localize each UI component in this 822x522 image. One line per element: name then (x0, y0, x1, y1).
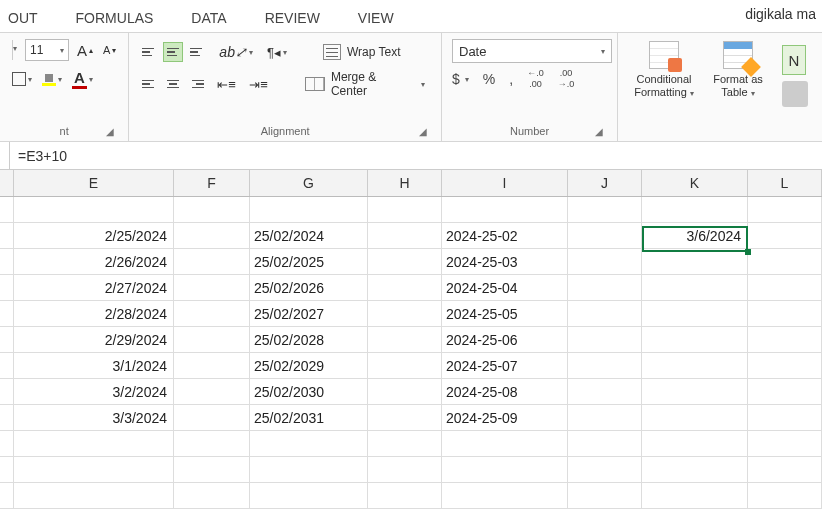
cell-J[interactable] (568, 431, 642, 457)
cell-E[interactable] (14, 457, 174, 483)
cell-J[interactable] (568, 483, 642, 509)
cell-G[interactable]: 25/02/2029 (250, 353, 368, 379)
cell-H[interactable] (368, 483, 442, 509)
cell-I[interactable] (442, 197, 568, 223)
cell-H[interactable] (368, 405, 442, 431)
cell-G[interactable]: 25/02/2028 (250, 327, 368, 353)
format-as-table-button[interactable]: Format asTable ▾ (702, 39, 774, 99)
cell-H[interactable] (368, 431, 442, 457)
cell-J[interactable] (568, 405, 642, 431)
cell-G[interactable]: 25/02/2030 (250, 379, 368, 405)
column-header-H[interactable]: H (368, 170, 442, 196)
cell-E[interactable] (14, 431, 174, 457)
cell-E[interactable]: 3/3/2024 (14, 405, 174, 431)
cell-L[interactable] (748, 223, 822, 249)
cell-I[interactable]: 2024-25-06 (442, 327, 568, 353)
number-dialog-launcher[interactable]: ◢ (593, 125, 605, 137)
cell-F[interactable] (174, 223, 250, 249)
cell-I[interactable]: 2024-25-05 (442, 301, 568, 327)
cell-H[interactable] (368, 275, 442, 301)
cell-I[interactable]: 2024-25-09 (442, 405, 568, 431)
cell-F[interactable] (174, 353, 250, 379)
cell-H[interactable] (368, 249, 442, 275)
orientation-button[interactable]: ab⤢▾ (217, 42, 255, 62)
cell-K[interactable] (642, 301, 748, 327)
row-header-cell[interactable] (0, 405, 14, 431)
border-button[interactable]: ▾ (10, 70, 34, 88)
row-header-edge[interactable] (0, 170, 14, 196)
tab-formulas[interactable]: FORMULAS (76, 10, 154, 26)
cell-J[interactable] (568, 353, 642, 379)
cell-L[interactable] (748, 301, 822, 327)
cell-G[interactable] (250, 483, 368, 509)
cell-H[interactable] (368, 353, 442, 379)
cell-H[interactable] (368, 379, 442, 405)
cell-I[interactable] (442, 483, 568, 509)
cell-L[interactable] (748, 249, 822, 275)
cell-K[interactable] (642, 197, 748, 223)
tab-page-layout[interactable]: OUT (8, 10, 38, 26)
increase-indent-button[interactable]: ⇥≡ (249, 74, 271, 94)
cell-J[interactable] (568, 249, 642, 275)
row-header-cell[interactable] (0, 457, 14, 483)
increase-decimal-button[interactable]: ←.0.00 (527, 69, 544, 89)
increase-font-size-button[interactable]: A▴ (75, 40, 95, 61)
cell-J[interactable] (568, 301, 642, 327)
cell-K[interactable] (642, 483, 748, 509)
cell-H[interactable] (368, 457, 442, 483)
merge-center-button[interactable]: Merge & Center ▾ (299, 71, 431, 97)
cell-I[interactable]: 2024-25-04 (442, 275, 568, 301)
decrease-indent-button[interactable]: ⇤≡ (217, 74, 239, 94)
cell-I[interactable]: 2024-25-08 (442, 379, 568, 405)
cell-K[interactable]: 3/6/2024 (642, 223, 748, 249)
comma-format-button[interactable]: , (509, 71, 513, 87)
rtl-button[interactable]: ¶◂▾ (265, 43, 289, 62)
cell-G[interactable]: 25/02/2025 (250, 249, 368, 275)
decrease-font-size-button[interactable]: A▾ (101, 42, 118, 58)
column-header-L[interactable]: L (748, 170, 822, 196)
row-header-cell[interactable] (0, 249, 14, 275)
font-size-dropdown[interactable]: 11 ▾ (25, 39, 69, 61)
cell-L[interactable] (748, 379, 822, 405)
row-header-cell[interactable] (0, 327, 14, 353)
cell-E[interactable]: 3/1/2024 (14, 353, 174, 379)
cell-F[interactable] (174, 301, 250, 327)
cell-F[interactable] (174, 483, 250, 509)
cell-G[interactable]: 25/02/2026 (250, 275, 368, 301)
cell-L[interactable] (748, 457, 822, 483)
cell-F[interactable] (174, 457, 250, 483)
cell-K[interactable] (642, 275, 748, 301)
cell-E[interactable]: 3/2/2024 (14, 379, 174, 405)
cell-E[interactable]: 2/25/2024 (14, 223, 174, 249)
cell-E[interactable]: 2/26/2024 (14, 249, 174, 275)
cell-K[interactable] (642, 353, 748, 379)
row-header-cell[interactable] (0, 379, 14, 405)
column-header-I[interactable]: I (442, 170, 568, 196)
decrease-decimal-button[interactable]: .00→.0 (558, 69, 575, 89)
cell-K[interactable] (642, 405, 748, 431)
cell-K[interactable] (642, 457, 748, 483)
column-header-F[interactable]: F (174, 170, 250, 196)
cell-I[interactable]: 2024-25-02 (442, 223, 568, 249)
align-left-button[interactable] (139, 74, 159, 94)
cell-K[interactable] (642, 431, 748, 457)
align-top-button[interactable] (139, 42, 159, 62)
fill-color-button[interactable]: ▾ (40, 70, 64, 88)
row-header-cell[interactable] (0, 223, 14, 249)
cell-L[interactable] (748, 327, 822, 353)
wrap-text-button[interactable]: Wrap Text (317, 39, 407, 65)
row-header-cell[interactable] (0, 275, 14, 301)
cell-H[interactable] (368, 223, 442, 249)
cell-K[interactable] (642, 379, 748, 405)
cell-G[interactable] (250, 431, 368, 457)
cell-L[interactable] (748, 353, 822, 379)
cell-E[interactable]: 2/29/2024 (14, 327, 174, 353)
cell-J[interactable] (568, 197, 642, 223)
alignment-dialog-launcher[interactable]: ◢ (417, 125, 429, 137)
cell-J[interactable] (568, 223, 642, 249)
cell-L[interactable] (748, 483, 822, 509)
row-header-cell[interactable] (0, 483, 14, 509)
column-header-J[interactable]: J (568, 170, 642, 196)
cell-L[interactable] (748, 405, 822, 431)
conditional-formatting-button[interactable]: ConditionalFormatting ▾ (628, 39, 700, 99)
